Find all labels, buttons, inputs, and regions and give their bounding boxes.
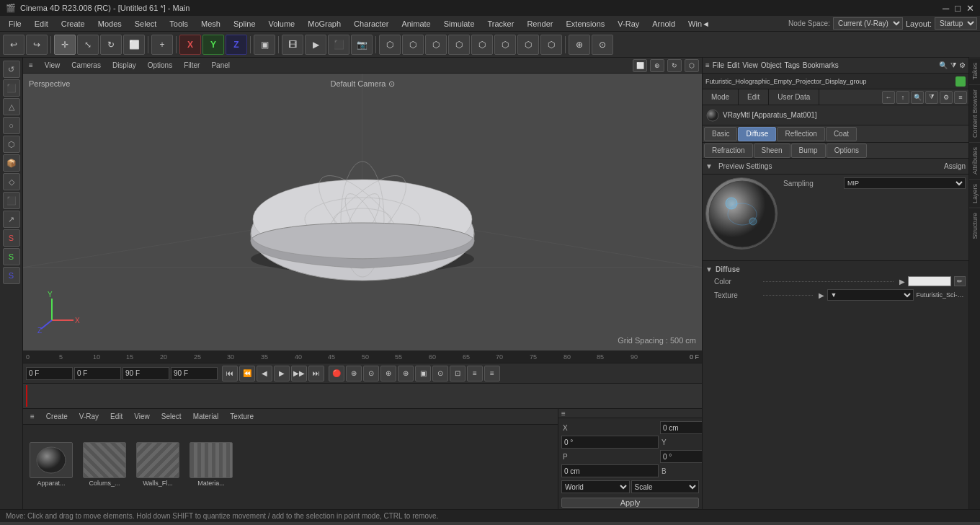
material-item-2[interactable]: Colums_... bbox=[79, 442, 130, 493]
3d-viewport[interactable]: Perspective Default Camera ⊙ bbox=[23, 74, 702, 350]
timeline-mode-9[interactable]: ≡ bbox=[467, 366, 483, 381]
coord-z-pos-input[interactable] bbox=[561, 464, 659, 477]
om-settings-icon[interactable]: ⚙ bbox=[959, 61, 966, 69]
move-tool-button[interactable]: ✛ bbox=[54, 35, 76, 55]
menu-volume[interactable]: Volume bbox=[263, 18, 301, 30]
snap-enable-button[interactable]: ↗ bbox=[3, 211, 20, 228]
mirror-button[interactable]: ⬜ bbox=[123, 35, 145, 55]
viewport-options-menu[interactable]: Options bbox=[145, 60, 175, 71]
close-button[interactable]: ✕ bbox=[966, 3, 974, 14]
preview-settings-toggle[interactable]: ▼ bbox=[705, 162, 713, 170]
rs-content-tab[interactable]: Content Browser bbox=[969, 84, 981, 142]
mat-tab-bump[interactable]: Bump bbox=[791, 144, 826, 158]
om-view-menu[interactable]: View bbox=[742, 61, 758, 69]
max-frame-input[interactable] bbox=[171, 367, 218, 380]
add-object-button[interactable]: + bbox=[151, 35, 173, 55]
viewport-icon-2[interactable]: ⊕ bbox=[650, 59, 664, 72]
material-item-1[interactable]: Apparat... bbox=[26, 442, 76, 493]
maximize-button[interactable]: □ bbox=[955, 3, 961, 14]
rs-takes-tab[interactable]: Takes bbox=[969, 58, 981, 84]
om-file-menu[interactable]: File bbox=[713, 61, 724, 69]
object-button[interactable]: ⬡ bbox=[379, 35, 401, 55]
menu-select[interactable]: Select bbox=[129, 18, 163, 30]
timeline-mode-7[interactable]: ⊙ bbox=[432, 366, 448, 381]
mat-tab-sheen[interactable]: Sheen bbox=[754, 144, 790, 158]
anim-button[interactable]: ⬡ bbox=[517, 35, 539, 55]
viewport-panel-menu[interactable]: Panel bbox=[208, 60, 233, 71]
om-menu-toggle[interactable]: ≡ bbox=[705, 61, 710, 69]
mat-search-button[interactable]: 🔍 bbox=[911, 91, 924, 104]
timeline-track[interactable] bbox=[23, 384, 702, 408]
material-item-3[interactable]: Walls_Fl... bbox=[133, 442, 183, 493]
render-button[interactable]: ⬛ bbox=[328, 35, 349, 55]
timeline-mode-8[interactable]: ⊡ bbox=[450, 366, 466, 381]
menu-mesh[interactable]: Mesh bbox=[195, 18, 226, 30]
titlebar-controls[interactable]: ─ □ ✕ bbox=[943, 3, 974, 14]
ls-s2-button[interactable]: S bbox=[3, 248, 20, 265]
om-filter-icon[interactable]: ⧩ bbox=[950, 61, 956, 70]
diffuse-collapse-icon[interactable]: ▼ bbox=[705, 265, 713, 273]
om-bookmarks-menu[interactable]: Bookmarks bbox=[803, 61, 839, 69]
timeline-mode-10[interactable]: ≡ bbox=[484, 366, 500, 381]
diffuse-color-swatch[interactable] bbox=[908, 276, 951, 286]
coord-h-input[interactable] bbox=[561, 436, 659, 449]
mat-menu-button[interactable]: ≡ bbox=[954, 91, 967, 104]
coord-mode-select[interactable]: Scale Size bbox=[631, 480, 700, 493]
point-button[interactable]: ⬡ bbox=[448, 35, 470, 55]
menu-animate[interactable]: Animate bbox=[396, 18, 436, 30]
material-item-4[interactable]: Materia... bbox=[186, 442, 236, 493]
render2-button[interactable]: ⬡ bbox=[540, 35, 562, 55]
menu-tools[interactable]: Tools bbox=[164, 18, 194, 30]
menu-edit[interactable]: Edit bbox=[29, 18, 54, 30]
menu-character[interactable]: Character bbox=[348, 18, 394, 30]
apply-button[interactable]: Apply bbox=[561, 498, 699, 508]
snap2-button[interactable]: ⊙ bbox=[592, 35, 613, 55]
ls-s1-button[interactable]: S bbox=[3, 229, 20, 247]
diffuse-texture-arrow[interactable]: ▶ bbox=[819, 291, 824, 299]
mode-object-button[interactable]: ↺ bbox=[3, 61, 20, 78]
timeline-mode-4[interactable]: ⊕ bbox=[380, 366, 396, 381]
timeline-mode-5[interactable]: ⊕ bbox=[398, 366, 414, 381]
timeline-ruler[interactable]: 0 5 10 15 20 25 30 35 40 45 50 55 60 65 … bbox=[23, 350, 702, 363]
menu-spline[interactable]: Spline bbox=[228, 18, 262, 30]
end-frame-input[interactable] bbox=[122, 367, 169, 380]
menu-mograph[interactable]: MoGraph bbox=[302, 18, 347, 30]
viewport-menu-toggle[interactable]: ≡ bbox=[26, 60, 36, 71]
mat-edit-menu[interactable]: Edit bbox=[106, 411, 127, 422]
play-forward-button[interactable]: ▶▶ bbox=[291, 366, 307, 381]
mat-tab-diffuse[interactable]: Diffuse bbox=[738, 127, 776, 141]
y-axis-button[interactable]: Y bbox=[202, 35, 224, 55]
viewport-icon-4[interactable]: ⬡ bbox=[685, 59, 699, 72]
poly-button[interactable]: ⬡ bbox=[402, 35, 424, 55]
om-search-icon[interactable]: 🔍 bbox=[939, 61, 948, 69]
object-visibility-toggle[interactable] bbox=[956, 76, 966, 87]
timeline-mode-1[interactable]: 🔴 bbox=[329, 366, 344, 381]
menu-modes[interactable]: Modes bbox=[92, 18, 128, 30]
mat-tab-options[interactable]: Options bbox=[827, 144, 867, 158]
mode-points-button[interactable]: ⬛ bbox=[3, 79, 20, 97]
assign-button[interactable]: Assign bbox=[944, 162, 966, 170]
mat-select-menu[interactable]: Select bbox=[157, 411, 186, 422]
mode-uvw-button[interactable]: ⬡ bbox=[3, 136, 20, 153]
nodespace-select[interactable]: Current (V-Ray) bbox=[833, 17, 903, 30]
render-region-button[interactable]: 🎞 bbox=[282, 35, 303, 55]
om-edit-menu[interactable]: Edit bbox=[727, 61, 739, 69]
menu-extensions[interactable]: Extensions bbox=[560, 18, 610, 30]
start-frame-input[interactable] bbox=[74, 367, 121, 380]
om-tags-menu[interactable]: Tags bbox=[785, 61, 800, 69]
edge-button[interactable]: ⬡ bbox=[425, 35, 447, 55]
layout-select[interactable]: Startup bbox=[935, 17, 977, 30]
mat-tab-basic[interactable]: Basic bbox=[704, 127, 737, 141]
diffuse-color-edit-button[interactable]: ✏ bbox=[954, 276, 966, 286]
mat-tab-refraction[interactable]: Refraction bbox=[704, 144, 753, 158]
mode-box-button[interactable]: 📦 bbox=[3, 154, 20, 172]
viewport-filter-menu[interactable]: Filter bbox=[181, 60, 202, 71]
render-preview-button[interactable]: ▶ bbox=[305, 35, 326, 55]
timeline-mode-3[interactable]: ⊙ bbox=[363, 366, 379, 381]
render-settings-button[interactable]: 📷 bbox=[351, 35, 373, 55]
viewport-cameras-menu[interactable]: Cameras bbox=[68, 60, 104, 71]
viewport-icon-1[interactable]: ⬜ bbox=[633, 59, 647, 72]
menu-arnold[interactable]: Arnold bbox=[646, 18, 681, 30]
menu-simulate[interactable]: Simulate bbox=[438, 18, 481, 30]
menu-render[interactable]: Render bbox=[521, 18, 558, 30]
